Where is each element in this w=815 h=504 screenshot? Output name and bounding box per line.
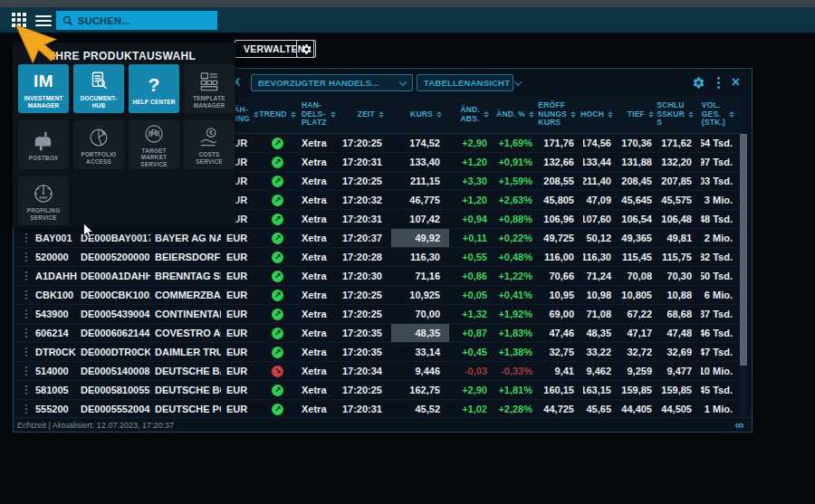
- sort-icon: [379, 111, 384, 119]
- row-menu-icon[interactable]: [25, 237, 27, 239]
- app-launcher-button[interactable]: [12, 13, 27, 28]
- row-menu-icon[interactable]: [25, 256, 27, 258]
- chevron-down-icon: [514, 78, 522, 85]
- table-scrollbar[interactable]: [740, 134, 747, 419]
- cell-name: COMMERZBAN...: [150, 286, 221, 304]
- row-menu-icon[interactable]: [25, 408, 27, 410]
- launcher-title: IHRE PRODUKTAUSWAHL: [13, 50, 235, 62]
- cell-low: 106,54: [620, 210, 661, 228]
- row-menu-icon[interactable]: [25, 313, 27, 315]
- trend-up-icon: ↗: [272, 290, 283, 301]
- product-launcher-panel: IHRE PRODUKTAUSWAHL IMINVESTMENTMANAGERD…: [13, 43, 235, 227]
- column-header-volume[interactable]: VOL.GES.(STK.): [701, 96, 742, 133]
- cell-price: 174,52: [391, 134, 449, 152]
- launcher-tile-document-hub[interactable]: DOCUMENT-HUB: [73, 64, 124, 113]
- cell-venue: Xetra: [292, 324, 339, 342]
- launcher-tile-costs-service[interactable]: €COSTSSERVICE: [184, 120, 235, 169]
- hamburger-menu-icon[interactable]: [35, 15, 52, 26]
- column-header-chg_abs[interactable]: ÄND.ABS.: [449, 96, 496, 133]
- launcher-tile-help-center[interactable]: ?HELP CENTER: [129, 64, 179, 113]
- table-row[interactable]: CBK100DE000CBK1001COMMERZBAN...EUR↗Xetra…: [14, 286, 743, 305]
- cell-price: 46,775: [391, 191, 449, 209]
- column-header-time[interactable]: ZEIT: [339, 96, 391, 133]
- cell-chg_pct: +0,88%: [496, 210, 542, 228]
- cell-chg_abs: +1,20: [449, 153, 496, 171]
- widget-kebab-menu-icon[interactable]: [717, 77, 720, 89]
- launcher-tile-investment-manager[interactable]: IMINVESTMENTMANAGER: [18, 64, 69, 113]
- table-row[interactable]: BAY001DE000BAY0017BAYER AG NA O...EUR↗Xe…: [14, 229, 743, 248]
- column-header-low[interactable]: TIEF: [620, 96, 661, 133]
- cell-chg_pct: +1,81%: [496, 381, 542, 399]
- cell-time: 17:20:31: [339, 153, 391, 171]
- cell-venue: Xetra: [292, 172, 339, 190]
- cell-name: DEUTSCHE PO...: [150, 400, 221, 418]
- column-header-close[interactable]: SCHLUSSKURS: [661, 96, 701, 133]
- cell-menu: [14, 267, 30, 285]
- cell-venue: Xetra: [292, 229, 339, 247]
- cell-close: 10,88: [661, 286, 701, 304]
- column-header-chg_pct[interactable]: ÄND. %: [496, 96, 542, 133]
- table-row[interactable]: A1DAHHDE000A1DAHH0BRENNTAG SE ...EUR↗Xet…: [14, 267, 743, 286]
- column-header-open[interactable]: ERÖFFNUNGSKURS: [542, 96, 583, 133]
- row-menu-icon[interactable]: [25, 370, 27, 372]
- column-header-price[interactable]: KURS: [391, 96, 449, 133]
- table-row[interactable]: 581005DE0005810055DEUTSCHE BO...EUR↗Xetr…: [14, 381, 743, 400]
- preferred-exchange-dropdown[interactable]: BEVORZUGTER HANDELS...: [251, 74, 413, 91]
- trend-up-icon: ↗: [272, 176, 283, 187]
- cell-wkn: 543900: [30, 305, 78, 323]
- scrollbar-thumb[interactable]: [740, 134, 747, 366]
- table-row[interactable]: 514000DE0005140008DEUTSCHE BA...EUR↘Xetr…: [14, 362, 743, 381]
- cell-volume: 603 Tsd.: [701, 172, 742, 190]
- trend-up-icon: ↗: [272, 309, 283, 320]
- table-row[interactable]: 606214DE0006062144COVESTRO AG ...EUR↗Xet…: [14, 324, 743, 343]
- row-menu-icon[interactable]: [25, 275, 27, 277]
- widget-gear-icon[interactable]: [692, 76, 705, 90]
- cell-isin: DE000BAY0017: [78, 229, 150, 247]
- table-view-dropdown[interactable]: TABELLENANSICHT: [417, 74, 513, 91]
- cell-venue: Xetra: [292, 191, 339, 209]
- help-center-icon: ?: [149, 72, 160, 98]
- row-menu-icon[interactable]: [25, 332, 27, 334]
- cell-chg_abs: +0,45: [449, 343, 496, 361]
- table-row[interactable]: 543900DE0005439004CONTINENTAL ...EUR↗Xet…: [14, 305, 743, 324]
- row-menu-icon[interactable]: [25, 294, 27, 296]
- toolbar-gear-button[interactable]: [296, 40, 316, 58]
- cell-open: 208,55: [542, 172, 583, 190]
- cell-trend: ↗: [263, 324, 292, 342]
- table-row[interactable]: 555200DE0005552004DEUTSCHE PO...EUR↗Xetr…: [14, 400, 743, 419]
- cell-chg_pct: +1,69%: [496, 134, 542, 152]
- launcher-tile-portfolio-access[interactable]: PORTFOLIOACCESS: [73, 120, 124, 169]
- widget-close-icon[interactable]: ×: [732, 76, 740, 89]
- cell-chg_abs: +2,90: [449, 134, 496, 152]
- table-row[interactable]: DTR0CKDE000DTR0CK8DAIMLER TRUC...EUR↗Xet…: [14, 343, 743, 362]
- column-header-trend[interactable]: TREND: [263, 96, 292, 133]
- cell-venue: Xetra: [292, 362, 339, 380]
- cell-volume: 245 Tsd.: [701, 381, 742, 399]
- cell-low: 159,85: [620, 381, 661, 399]
- cell-isin: DE0005140008: [78, 362, 150, 380]
- sort-icon: [529, 111, 534, 119]
- column-header-high[interactable]: HOCH: [583, 96, 620, 133]
- cell-close: 47,48: [661, 324, 701, 342]
- launcher-tile-template-manager[interactable]: TEMPLATEMANAGER: [184, 64, 235, 113]
- launcher-tile-target-market-service[interactable]: TARGETMARKETSERVICE: [129, 120, 179, 169]
- column-header-venue[interactable]: HAN-DELS-PLATZ: [292, 96, 339, 133]
- cell-trend: ↗: [263, 305, 292, 323]
- cell-price: 49,92: [391, 229, 449, 247]
- tile-label: COSTSSERVICE: [196, 151, 222, 165]
- search-icon: [62, 15, 73, 26]
- table-row[interactable]: 520000DE0005200000BEIERSDORF A...EUR↗Xet…: [14, 248, 743, 267]
- cell-low: 32,72: [620, 343, 661, 361]
- cell-chg_abs: +1,02: [449, 400, 496, 418]
- row-menu-icon[interactable]: [25, 389, 27, 391]
- cell-wkn: A1DAHH: [30, 267, 78, 285]
- cell-price: 211,15: [391, 172, 449, 190]
- row-menu-icon[interactable]: [25, 351, 27, 353]
- cell-low: 170,36: [620, 134, 661, 152]
- launcher-tile-profiling-service[interactable]: RISKPROFILINGSERVICE: [18, 176, 69, 225]
- launcher-tile-postbox[interactable]: POSTBOX: [18, 120, 69, 169]
- search-input[interactable]: SUCHEN...: [56, 11, 217, 30]
- cell-open: 160,15: [542, 381, 583, 399]
- cell-currency: EUR: [221, 305, 263, 323]
- link-icon[interactable]: ∞: [735, 421, 743, 430]
